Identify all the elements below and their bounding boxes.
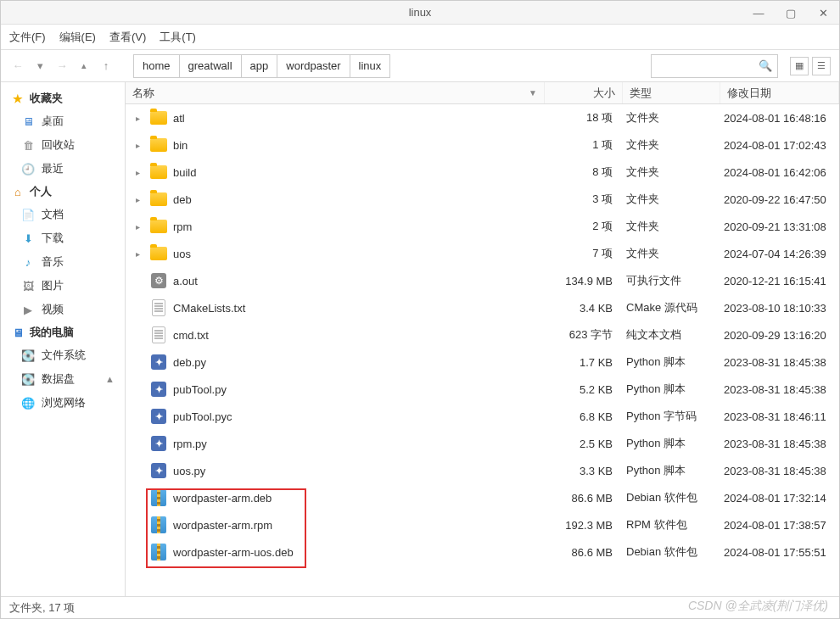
file-name: wordpaster-arm-uos.deb bbox=[173, 546, 294, 559]
file-size: 134.9 MB bbox=[545, 275, 623, 287]
nav-home-button[interactable]: ▴ bbox=[76, 58, 92, 75]
view-list-button[interactable]: ☰ bbox=[812, 57, 831, 75]
file-date: 2024-07-04 14:26:39 bbox=[720, 248, 839, 260]
file-size: 18 项 bbox=[545, 110, 623, 125]
file-name: deb.py bbox=[173, 356, 206, 369]
file-type: Python 脚本 bbox=[623, 436, 720, 451]
file-date: 2020-12-21 16:15:41 bbox=[720, 275, 839, 287]
nav-back-button[interactable]: ← bbox=[9, 58, 26, 75]
sidebar-item[interactable]: 🖼图片 bbox=[1, 274, 125, 298]
breadcrumb-segment[interactable]: app bbox=[242, 55, 278, 77]
breadcrumb-segment[interactable]: home bbox=[134, 55, 180, 77]
menu-edit[interactable]: 编辑(E) bbox=[59, 30, 96, 45]
file-row[interactable]: ▸ rpm 2 项 文件夹 2020-09-21 13:31:08 bbox=[126, 213, 839, 240]
column-name[interactable]: 名称▼ bbox=[126, 82, 545, 103]
nav-forward-button[interactable]: → bbox=[53, 58, 70, 75]
sidebar-item[interactable]: 🕘最近 bbox=[1, 157, 125, 181]
window-title: linux bbox=[409, 6, 432, 19]
expander-icon[interactable]: ▸ bbox=[136, 195, 144, 204]
file-row[interactable]: wordpaster-arm.rpm 192.3 MB RPM 软件包 2024… bbox=[126, 511, 839, 538]
sidebar-item[interactable]: ♪音乐 bbox=[1, 250, 125, 274]
file-row[interactable]: wordpaster-arm-uos.deb 86.6 MB Debian 软件… bbox=[126, 538, 839, 566]
sidebar-item[interactable]: 💽数据盘▲ bbox=[1, 367, 125, 391]
sidebar-item[interactable]: 💽文件系统 bbox=[1, 343, 125, 367]
file-row[interactable]: ✦ uos.py 3.3 KB Python 脚本 2023-08-31 18:… bbox=[126, 457, 839, 484]
sidebar-item[interactable]: 🗑回收站 bbox=[1, 133, 125, 157]
file-row[interactable]: wordpaster-arm.deb 86.6 MB Debian 软件包 20… bbox=[126, 484, 839, 511]
folder-icon bbox=[150, 247, 167, 260]
file-type: Debian 软件包 bbox=[623, 490, 720, 505]
home-icon: ⌂ bbox=[11, 185, 25, 198]
place-icon: ▶ bbox=[21, 303, 35, 316]
expander-icon[interactable]: ▸ bbox=[136, 249, 144, 259]
file-row[interactable]: ✦ rpm.py 2.5 KB Python 脚本 2023-08-31 18:… bbox=[126, 430, 839, 457]
file-row[interactable]: ▸ build 8 项 文件夹 2024-08-01 16:42:06 bbox=[126, 159, 839, 186]
file-row[interactable]: ▸ deb 3 项 文件夹 2020-09-22 16:47:50 bbox=[126, 186, 839, 213]
view-grid-button[interactable]: ▦ bbox=[790, 57, 809, 75]
place-icon: 🖥 bbox=[21, 114, 35, 128]
file-row[interactable]: ✦ pubTool.pyc 6.8 KB Python 字节码 2023-08-… bbox=[126, 403, 839, 430]
file-size: 7 项 bbox=[545, 246, 623, 261]
file-row[interactable]: ⚙ a.out 134.9 MB 可执行文件 2020-12-21 16:15:… bbox=[126, 267, 839, 294]
breadcrumb-segment[interactable]: greatwall bbox=[180, 55, 242, 77]
file-row[interactable]: ✦ deb.py 1.7 KB Python 脚本 2023-08-31 18:… bbox=[126, 349, 839, 376]
column-headers: 名称▼ 大小 类型 修改日期 bbox=[126, 82, 839, 104]
file-type: 可执行文件 bbox=[623, 273, 720, 288]
expander-icon[interactable]: ▸ bbox=[136, 114, 144, 123]
file-row[interactable]: ✦ pubTool.py 5.2 KB Python 脚本 2023-08-31… bbox=[126, 376, 839, 403]
expander-icon[interactable]: ▸ bbox=[136, 222, 144, 231]
expander-icon[interactable]: ▸ bbox=[136, 168, 144, 177]
file-type: CMake 源代码 bbox=[623, 300, 720, 315]
nav-history-button[interactable]: ▾ bbox=[31, 58, 48, 75]
file-row[interactable]: ▸ bin 1 项 文件夹 2024-08-01 17:02:43 bbox=[126, 131, 839, 159]
file-type: 文件夹 bbox=[623, 219, 720, 234]
file-type: RPM 软件包 bbox=[623, 517, 720, 533]
file-date: 2023-08-31 18:45:38 bbox=[720, 465, 839, 477]
search-input[interactable] bbox=[657, 59, 759, 72]
sidebar-item[interactable]: 📄文档 bbox=[1, 203, 125, 226]
sidebar-item[interactable]: ▶视频 bbox=[1, 298, 125, 321]
eject-icon[interactable]: ▲ bbox=[105, 374, 115, 384]
minimize-button[interactable]: — bbox=[742, 1, 775, 25]
file-row[interactable]: CMakeLists.txt 3.4 KB CMake 源代码 2023-08-… bbox=[126, 294, 839, 321]
column-type[interactable]: 类型 bbox=[623, 82, 720, 103]
sidebar-item-label: 桌面 bbox=[42, 114, 64, 129]
nav-up-button[interactable]: ↑ bbox=[98, 58, 115, 75]
file-name: pubTool.pyc bbox=[173, 410, 232, 423]
file-type: Python 脚本 bbox=[623, 463, 720, 478]
folder-icon bbox=[150, 192, 167, 206]
file-row[interactable]: ▸ atl 18 项 文件夹 2024-08-01 16:48:16 bbox=[126, 104, 839, 131]
sidebar-item[interactable]: 🌐浏览网络 bbox=[1, 391, 125, 415]
column-date[interactable]: 修改日期 bbox=[720, 82, 839, 103]
file-rows[interactable]: ▸ atl 18 项 文件夹 2024-08-01 16:48:16 ▸ bin… bbox=[126, 104, 839, 596]
folder-icon bbox=[150, 111, 167, 125]
file-date: 2024-08-01 16:42:06 bbox=[720, 166, 839, 179]
file-date: 2024-08-01 17:02:43 bbox=[720, 139, 839, 152]
text-file-icon bbox=[152, 326, 165, 343]
menu-file[interactable]: 文件(F) bbox=[9, 30, 46, 45]
file-size: 1 项 bbox=[545, 137, 623, 153]
file-name: wordpaster-arm.deb bbox=[173, 492, 272, 505]
sidebar-item[interactable]: 🖥桌面 bbox=[1, 109, 125, 133]
sidebar-item[interactable]: ⬇下载 bbox=[1, 226, 125, 250]
text-file-icon bbox=[152, 299, 165, 316]
window-controls: — ▢ ✕ bbox=[742, 1, 839, 25]
close-button[interactable]: ✕ bbox=[807, 1, 839, 25]
menu-tools[interactable]: 工具(T) bbox=[160, 30, 196, 45]
sidebar-group-title: ★收藏夹 bbox=[1, 87, 125, 109]
search-box[interactable]: 🔍 bbox=[651, 54, 778, 78]
file-size: 623 字节 bbox=[545, 327, 623, 343]
file-date: 2023-08-10 18:10:33 bbox=[720, 302, 839, 315]
file-row[interactable]: ▸ uos 7 项 文件夹 2024-07-04 14:26:39 bbox=[126, 240, 839, 267]
menu-view[interactable]: 查看(V) bbox=[109, 30, 146, 45]
column-size[interactable]: 大小 bbox=[545, 82, 623, 103]
breadcrumb-segment[interactable]: linux bbox=[350, 55, 390, 77]
maximize-button[interactable]: ▢ bbox=[775, 1, 807, 25]
breadcrumb-segment[interactable]: wordpaster bbox=[277, 55, 350, 77]
file-row[interactable]: cmd.txt 623 字节 纯文本文档 2020-09-29 13:16:20 bbox=[126, 321, 839, 349]
expander-icon[interactable]: ▸ bbox=[136, 141, 144, 150]
python-icon: ✦ bbox=[151, 463, 166, 478]
file-size: 3.3 KB bbox=[545, 465, 623, 477]
file-date: 2020-09-29 13:16:20 bbox=[720, 329, 839, 342]
sidebar: ★收藏夹🖥桌面🗑回收站🕘最近⌂个人📄文档⬇下载♪音乐🖼图片▶视频🖥我的电脑💽文件… bbox=[1, 82, 126, 596]
